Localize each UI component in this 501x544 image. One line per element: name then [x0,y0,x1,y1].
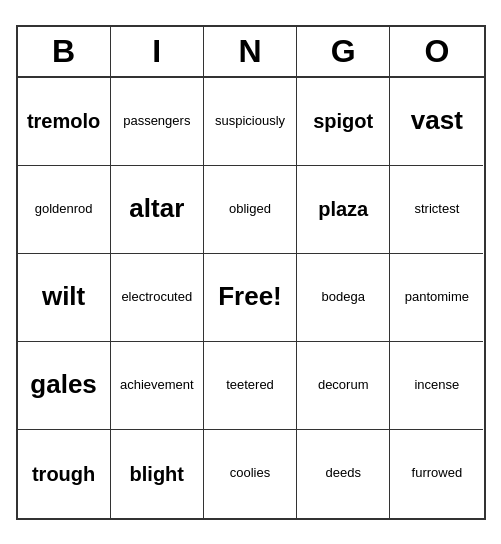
bingo-cell-17[interactable]: teetered [204,342,297,430]
cell-text: bodega [322,289,365,306]
cell-text: furrowed [412,465,463,482]
cell-text: teetered [226,377,274,394]
cell-text: trough [32,461,95,487]
bingo-cell-1[interactable]: passengers [111,78,204,166]
cell-text: deeds [325,465,360,482]
cell-text: Free! [218,280,282,314]
cell-text: altar [129,192,184,226]
cell-text: electrocuted [121,289,192,306]
bingo-header: BINGO [18,27,484,78]
cell-text: suspiciously [215,113,285,130]
bingo-cell-5[interactable]: goldenrod [18,166,111,254]
cell-text: blight [130,461,184,487]
bingo-cell-10[interactable]: wilt [18,254,111,342]
bingo-cell-20[interactable]: trough [18,430,111,518]
header-letter-g: G [297,27,390,76]
bingo-cell-2[interactable]: suspiciously [204,78,297,166]
bingo-card: BINGO tremolopassengerssuspiciouslyspigo… [16,25,486,520]
bingo-cell-24[interactable]: furrowed [390,430,483,518]
cell-text: obliged [229,201,271,218]
bingo-cell-4[interactable]: vast [390,78,483,166]
bingo-cell-3[interactable]: spigot [297,78,390,166]
cell-text: gales [30,368,97,402]
cell-text: incense [414,377,459,394]
cell-text: wilt [42,280,85,314]
bingo-cell-9[interactable]: strictest [390,166,483,254]
bingo-cell-12[interactable]: Free! [204,254,297,342]
bingo-cell-15[interactable]: gales [18,342,111,430]
bingo-cell-22[interactable]: coolies [204,430,297,518]
header-letter-i: I [111,27,204,76]
bingo-cell-11[interactable]: electrocuted [111,254,204,342]
cell-text: spigot [313,108,373,134]
cell-text: passengers [123,113,190,130]
header-letter-n: N [204,27,297,76]
bingo-cell-7[interactable]: obliged [204,166,297,254]
bingo-cell-8[interactable]: plaza [297,166,390,254]
bingo-cell-13[interactable]: bodega [297,254,390,342]
bingo-cell-6[interactable]: altar [111,166,204,254]
cell-text: achievement [120,377,194,394]
bingo-cell-19[interactable]: incense [390,342,483,430]
bingo-cell-23[interactable]: deeds [297,430,390,518]
cell-text: strictest [414,201,459,218]
cell-text: vast [411,104,463,138]
bingo-cell-16[interactable]: achievement [111,342,204,430]
bingo-cell-0[interactable]: tremolo [18,78,111,166]
bingo-cell-18[interactable]: decorum [297,342,390,430]
cell-text: plaza [318,196,368,222]
bingo-grid: tremolopassengerssuspiciouslyspigotvastg… [18,78,484,518]
header-letter-b: B [18,27,111,76]
cell-text: tremolo [27,108,100,134]
cell-text: coolies [230,465,270,482]
header-letter-o: O [390,27,483,76]
cell-text: decorum [318,377,369,394]
bingo-cell-21[interactable]: blight [111,430,204,518]
bingo-cell-14[interactable]: pantomime [390,254,483,342]
cell-text: pantomime [405,289,469,306]
cell-text: goldenrod [35,201,93,218]
